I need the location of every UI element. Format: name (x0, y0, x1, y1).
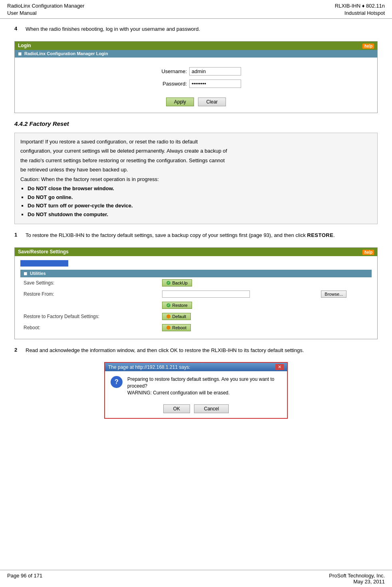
default-label: Default (172, 314, 186, 319)
dialog-cancel-button[interactable]: Cancel (194, 404, 229, 413)
dialog-title-text: The page at http://192.168.1.211 says: (108, 364, 190, 370)
warning-line3: the radio's current settings before rest… (20, 157, 372, 165)
step-2-container: 2 Read and acknowledge the information w… (14, 346, 378, 354)
step-1-container: 1 To restore the RLXIB-IHN to the factor… (14, 231, 378, 239)
progress-bar (20, 260, 68, 267)
dialog-titlebar: The page at http://192.168.1.211 says: ✕ (105, 363, 287, 371)
restore-path-input[interactable] (162, 291, 250, 298)
login-window: Login help ◼ RadioLinx Configuration Man… (14, 41, 378, 113)
sr-help-badge[interactable]: help (362, 250, 374, 255)
warning-line2: configuration, your current settings wil… (20, 147, 372, 155)
username-row: Username: (151, 67, 241, 76)
restore-btn-cell: ✓ Restore (159, 300, 318, 311)
page-footer: Page 96 of 171 ProSoft Technology, Inc. … (0, 570, 392, 587)
doc-type: User Manual (7, 10, 85, 17)
restore-check-icon: ✓ (166, 303, 170, 307)
backup-label: BackUp (172, 281, 188, 285)
app-title: RadioLinx Configuration Manager (7, 2, 85, 10)
warning-box: Important! If you restore a saved config… (14, 133, 378, 225)
password-row: Password: (151, 80, 241, 88)
dialog-message-line2: WARNING: Current configuration will be e… (127, 390, 281, 396)
reboot-label: Reboot: (20, 322, 159, 333)
sr-section-title: Utilities (30, 271, 46, 276)
sr-section-bar: ◼ Utilities (20, 270, 372, 277)
reboot-row: Reboot: Reboot (20, 322, 372, 333)
login-buttons: Apply Clear (166, 98, 226, 106)
warning-item-1: Do NOT close the browser window. (28, 185, 372, 193)
step-1-number: 1 (14, 231, 26, 238)
restore-from-row: Restore From: Browse... (20, 289, 372, 300)
password-label: Password: (151, 81, 187, 87)
restore-from-label: Restore From: (20, 289, 159, 300)
username-input[interactable] (189, 67, 241, 76)
backup-button[interactable]: ✓ BackUp (162, 279, 192, 287)
restore-row: ✓ Restore (20, 300, 372, 311)
step-2-text: Read and acknowledge the information win… (26, 346, 304, 354)
page-header: RadioLinx Configuration Manager User Man… (0, 0, 392, 19)
warning-caution: Caution: When the the factory reset oper… (20, 175, 372, 183)
dialog-question-icon: ? (111, 376, 123, 388)
restore-button[interactable]: ✓ Restore (162, 302, 192, 309)
apply-button[interactable]: Apply (166, 98, 194, 106)
sr-body: ◼ Utilities Save Settings: ✓ BackUp Rest… (15, 256, 377, 339)
header-left: RadioLinx Configuration Manager User Man… (7, 2, 85, 17)
orange-circle-icon (166, 314, 170, 318)
dialog-body: ? Preparing to restore factory default s… (105, 371, 287, 401)
publish-date: May 23, 2011 (329, 579, 385, 585)
reboot-orange-icon (166, 326, 170, 330)
product-type: Industrial Hotspot (335, 10, 385, 17)
page-number: Page 96 of 171 (7, 573, 42, 585)
header-right: RLXIB-IHN ♦ 802.11n Industrial Hotspot (335, 2, 385, 17)
restore-label-text: Restore (172, 303, 188, 308)
sr-help-icon[interactable]: help (362, 249, 374, 255)
warning-item-4: Do NOT shutdown the computer. (28, 211, 372, 219)
sr-table: Save Settings: ✓ BackUp Restore From: (20, 277, 372, 333)
warning-item-3: Do NOT turn off or power-cycle the devic… (28, 202, 372, 210)
factory-default-row: Restore to Factory Default Settings: Def… (20, 311, 372, 322)
step-2-number: 2 (14, 346, 26, 353)
browse-cell: Browse... (318, 289, 372, 300)
save-label: Save Settings: (20, 277, 159, 289)
default-button[interactable]: Default (162, 313, 191, 320)
restore-input-cell (159, 289, 318, 300)
login-form: Username: Password: Apply Clear (15, 58, 377, 113)
factory-label: Restore to Factory Default Settings: (20, 311, 159, 322)
clear-button[interactable]: Clear (198, 98, 226, 106)
username-label: Username: (151, 68, 187, 74)
dialog-ok-button[interactable]: OK (163, 404, 190, 413)
save-settings-row: Save Settings: ✓ BackUp (20, 277, 372, 289)
default-btn-cell: Default (159, 311, 318, 322)
company-name: ProSoft Technology, Inc. (329, 573, 385, 579)
restore-label: RESTORE (307, 232, 333, 238)
step-4-text: When the radio finishes rebooting, log i… (26, 25, 200, 33)
login-titlebar: Login help (15, 42, 377, 50)
warning-line1: Important! If you restore a saved config… (20, 138, 372, 146)
help-icon[interactable]: help (362, 43, 374, 49)
reboot-button[interactable]: Reboot (162, 324, 191, 331)
dialog-close-button[interactable]: ✕ (275, 364, 284, 370)
dialog-message: Preparing to restore factory default set… (127, 376, 281, 396)
main-content: 4 When the radio finishes rebooting, log… (0, 19, 392, 450)
password-input[interactable] (189, 80, 241, 88)
sr-titlebar: Save/Restore Settings help (15, 248, 377, 256)
step-1-text-part1: To restore the RLXIB-IHN to the factory … (26, 232, 307, 238)
sr-titlebar-label: Save/Restore Settings (18, 249, 69, 255)
login-section-title: RadioLinx Configuration Manager Login (24, 51, 108, 56)
browse-button[interactable]: Browse... (321, 291, 346, 298)
step-4-container: 4 When the radio finishes rebooting, log… (14, 25, 378, 33)
product-name: RLXIB-IHN ♦ 802.11n (335, 2, 385, 10)
backup-cell: ✓ BackUp (159, 277, 318, 289)
reboot-btn-cell: Reboot (159, 322, 318, 333)
step-1-text: To restore the RLXIB-IHN to the factory … (26, 231, 335, 239)
section-442-heading: 4.4.2 Factory Reset (14, 120, 378, 127)
dialog-buttons: OK Cancel (105, 401, 287, 418)
login-section-bar: ◼ RadioLinx Configuration Manager Login (15, 50, 377, 58)
step-1-text-part2: . (333, 232, 335, 238)
check-icon: ✓ (166, 281, 170, 285)
warning-list: Do NOT close the browser window. Do NOT … (28, 185, 372, 218)
footer-right: ProSoft Technology, Inc. May 23, 2011 (329, 573, 385, 585)
help-badge[interactable]: help (362, 44, 374, 49)
login-titlebar-label: Login (18, 43, 31, 48)
dialog-window: The page at http://192.168.1.211 says: ✕… (104, 362, 288, 418)
dialog-message-line1: Preparing to restore factory default set… (127, 376, 281, 390)
